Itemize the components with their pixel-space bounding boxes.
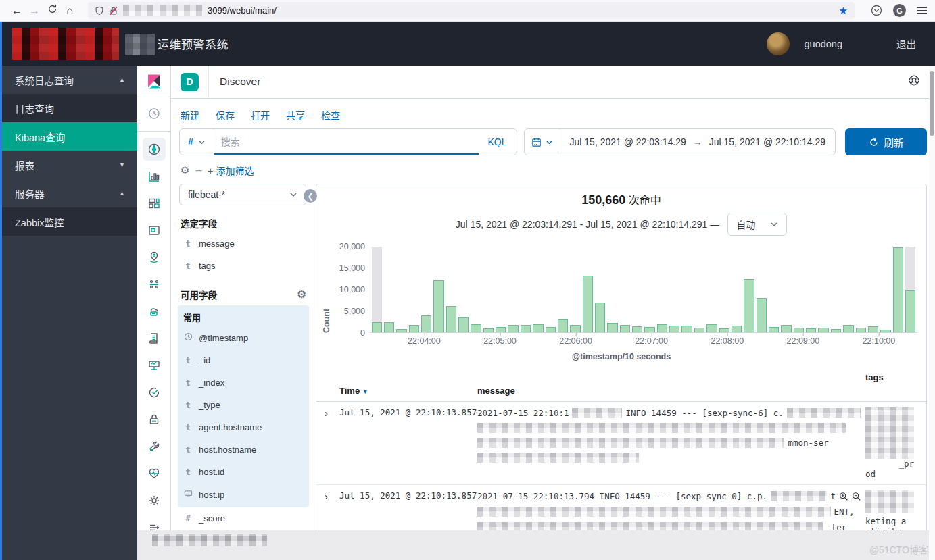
histogram-bucket[interactable] [880,247,892,332]
add-filter-button[interactable]: + 添加筛选 [208,163,254,177]
recently-viewed-button[interactable] [143,102,166,125]
histogram-bucket[interactable] [495,247,507,332]
histogram-bar[interactable] [446,306,456,332]
refresh-button[interactable]: 刷新 [845,128,927,155]
histogram-bar[interactable] [558,319,568,332]
histogram-bucket[interactable] [855,247,867,332]
histogram-bucket[interactable] [619,247,631,332]
help-menu-icon[interactable] [908,74,920,89]
histogram-bar[interactable] [794,328,804,332]
histogram-bar[interactable] [433,280,443,332]
histogram-bucket[interactable] [433,247,445,332]
histogram-bar[interactable] [471,324,481,332]
histogram-bucket[interactable] [892,247,904,332]
histogram-bar[interactable] [681,326,692,332]
sidebar-item-log-query[interactable]: 日志查询 [0,94,137,122]
column-header-tags[interactable]: tags [865,372,926,382]
histogram-bucket[interactable] [420,247,432,332]
filter-for-value-icon[interactable] [839,492,848,501]
browser-profile-avatar[interactable]: G [893,4,906,17]
search-input[interactable]: 搜索 [214,129,479,155]
histogram-bucket[interactable] [867,247,879,332]
histogram-bucket[interactable] [644,247,656,332]
index-pattern-select[interactable]: filebeat-* [179,184,306,205]
histogram-bucket[interactable] [768,247,780,332]
share-button[interactable]: 共享 [286,108,305,122]
nav-machine-learning[interactable] [143,273,166,296]
histogram-bar[interactable] [583,276,593,332]
sidebar-item-kibana-query[interactable]: Kibana查询 [0,122,137,151]
field-item-host-id[interactable]: t host.id [179,461,306,483]
histogram-bar[interactable] [880,330,890,332]
histogram-bar[interactable] [421,315,431,332]
field-item-index[interactable]: t _index [179,372,306,394]
histogram-bucket[interactable] [470,247,482,332]
histogram-bucket[interactable] [395,247,408,332]
histogram-bar[interactable] [868,326,878,332]
histogram-bar[interactable] [483,328,494,332]
browser-menu-icon[interactable] [917,7,927,14]
histogram-bar[interactable] [706,324,717,332]
histogram-bar[interactable] [856,328,866,332]
query-language-button[interactable]: KQL [479,129,517,155]
histogram-bucket[interactable] [507,247,519,332]
expand-row-icon[interactable]: › [316,407,328,419]
histogram-bar[interactable] [657,324,667,332]
histogram-bucket[interactable] [842,247,855,332]
histogram-bucket[interactable] [482,247,494,332]
inspect-button[interactable]: 检查 [321,108,340,122]
histogram-plot[interactable] [370,247,917,333]
histogram-bar[interactable] [893,247,903,332]
histogram-bucket[interactable] [792,247,805,332]
histogram-bucket[interactable] [519,247,531,332]
nav-maps[interactable] [143,246,166,269]
nav-dashboard[interactable] [143,192,166,215]
histogram-bar[interactable] [905,290,915,332]
histogram-bar[interactable] [458,317,469,332]
nav-discover[interactable] [143,138,166,161]
histogram-bar[interactable] [769,327,779,332]
histogram-bar[interactable] [744,279,754,332]
histogram-bar[interactable] [757,298,767,332]
nav-uptime[interactable] [143,381,166,404]
histogram-bar[interactable] [831,329,841,332]
histogram-bucket[interactable] [830,247,842,332]
histogram-bar[interactable] [719,328,729,332]
histogram-bucket[interactable] [581,247,594,332]
sidebar-item-servers[interactable]: 服务器▲ [0,179,137,207]
histogram-bucket[interactable] [681,247,693,332]
histogram-bar[interactable] [409,325,419,332]
column-header-time[interactable]: Time ▼ [339,386,477,396]
field-item-agent-hostname[interactable]: t agent.hostname [179,416,306,438]
histogram-bar[interactable] [669,326,679,332]
bookmark-star-icon[interactable]: ★ [839,5,848,17]
open-button[interactable]: 打开 [251,108,270,122]
histogram-bar[interactable] [843,325,853,332]
reload-icon[interactable] [43,4,61,17]
nav-dev-tools[interactable] [143,435,166,458]
nav-management[interactable] [143,489,166,512]
histogram-bar[interactable] [372,322,382,332]
histogram-bucket[interactable] [904,247,916,332]
field-settings-gear-icon[interactable]: ⚙ [297,288,306,301]
forward-icon[interactable]: → [26,5,43,17]
histogram-bucket[interactable] [817,247,830,332]
nav-logs[interactable] [143,327,166,350]
field-item-timestamp[interactable]: @timestamp [179,326,306,349]
user-avatar[interactable] [767,32,790,55]
histogram-bar[interactable] [546,327,556,332]
histogram-bucket[interactable] [458,247,470,332]
histogram-bucket[interactable] [755,247,767,332]
new-button[interactable]: 新建 [181,108,199,122]
histogram-bar[interactable] [732,326,742,332]
histogram-bucket[interactable] [532,247,544,332]
field-item-host-ip[interactable]: host.ip [179,483,306,506]
histogram-bucket[interactable] [730,247,742,332]
nav-visualize[interactable] [143,165,166,188]
field-item-host-hostname[interactable]: t host.hostname [179,438,306,461]
histogram-bar[interactable] [632,326,642,332]
histogram-bucket[interactable] [669,247,681,332]
interval-select[interactable]: 自动 [727,213,787,236]
time-start[interactable]: Jul 15, 2021 @ 22:03:14.29 [570,136,686,147]
histogram-bucket[interactable] [383,247,395,332]
